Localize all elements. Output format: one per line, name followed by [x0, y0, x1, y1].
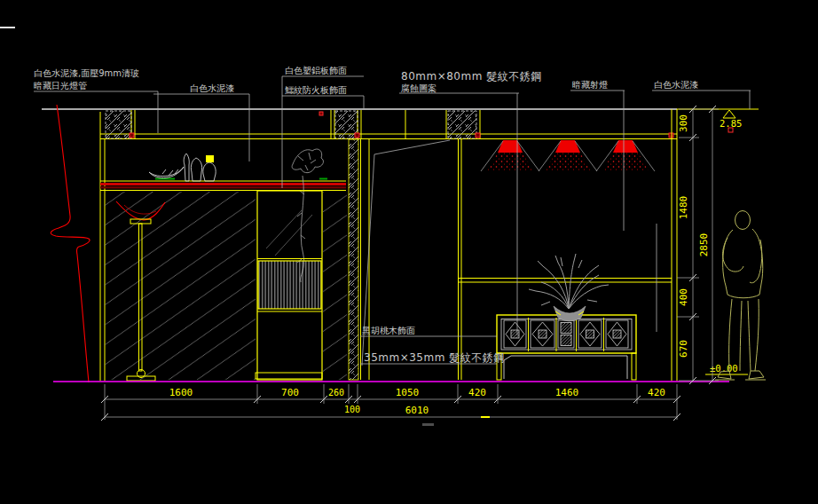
green-marker	[319, 178, 327, 180]
sideboard	[497, 315, 636, 380]
dim-700: 700	[281, 387, 299, 398]
dim-1600: 1600	[169, 387, 193, 398]
column-hatch-mid	[335, 111, 358, 138]
shelf-band	[100, 178, 346, 191]
column-hatch-right	[448, 111, 476, 138]
label-ss35: 35mm×35mm 髮紋不銹鋼	[364, 351, 505, 364]
level-marker-ceiling: 2.85	[720, 110, 742, 129]
decor-vases	[149, 154, 216, 181]
partition-hatch-strip	[349, 139, 358, 380]
figure-head	[735, 211, 751, 230]
label-hidden-spotlight: 暗藏射燈	[572, 80, 608, 90]
cabinet-plinth	[256, 373, 322, 379]
dim-1050: 1050	[396, 387, 420, 398]
level-ceiling-value: 2.85	[720, 118, 742, 129]
cabinet-louvre	[258, 261, 321, 309]
figure-arm-right	[750, 240, 762, 283]
level-floor-value: ±0.00	[710, 363, 738, 374]
dim-420b: 420	[648, 387, 665, 398]
dim-100: 100	[344, 405, 360, 414]
spotlight-1	[481, 140, 539, 171]
elevation-drawing: 白色水泥漆,面壓9mm清玻 暗藏日光燈管 白色水泥漆 白色塑鋁板飾面 鱷紋防火板…	[0, 0, 818, 504]
dim-300: 300	[678, 114, 689, 132]
sideboard-leg-right	[632, 353, 636, 380]
sideboard-apron	[504, 356, 627, 379]
spotlight-2	[539, 140, 597, 171]
break-line	[51, 105, 90, 382]
decor-cap-yellow	[206, 155, 214, 162]
bottom-dimension-chain: 1600 700 260 1050 420 1460 420 100 6010	[101, 384, 680, 426]
column-hatch-left	[106, 111, 131, 138]
label-white-cement-right: 白色水泥漆	[654, 80, 698, 90]
figure-torso	[723, 229, 763, 298]
dim-6010: 6010	[405, 405, 429, 416]
drop-ceiling-band	[100, 134, 677, 139]
note-top-left-line2: 暗藏日光燈管	[34, 81, 87, 91]
dim-420a: 420	[468, 387, 486, 398]
level-marker-floor: ±0.00	[705, 363, 748, 374]
right-dimension-chain: 300 1480 400 670 2850	[677, 106, 719, 384]
cad-canvas: 白色水泥漆,面壓9mm清玻 暗藏日光燈管 白色水泥漆 白色塑鋁板飾面 鱷紋防火板…	[0, 0, 818, 504]
dim-260: 260	[328, 388, 344, 398]
label-white-cement-left: 白色水泥漆	[190, 83, 234, 93]
human-figure	[715, 211, 766, 381]
spotlights	[481, 140, 655, 171]
figure-legs	[729, 299, 759, 371]
level-triangle	[723, 110, 735, 118]
label-ss80-line2: 腐蝕圖案	[401, 83, 437, 93]
label-ss80-line1: 80mm×80mm 髮紋不銹鋼	[401, 70, 542, 83]
dim-1460: 1460	[555, 387, 579, 398]
mirror-hatch-narrow	[323, 192, 347, 380]
dim-1480: 1480	[678, 196, 689, 220]
screen-artifact-dash	[0, 27, 15, 28]
spotlight-3	[596, 140, 655, 171]
label-walnut-veneer: 黑胡桃木飾面	[362, 326, 415, 335]
figure-arm-left	[723, 238, 743, 272]
dim-line-dash	[481, 416, 490, 418]
decor-dish	[149, 167, 184, 178]
sideboard-panels	[504, 320, 628, 348]
decor-vase-gourd	[191, 158, 201, 181]
note-top-left-line1: 白色水泥漆,面壓9mm清玻	[34, 68, 139, 78]
tall-cabinet	[256, 191, 322, 380]
decor-vase-capped	[203, 162, 216, 181]
label-croc-fireboard: 鱷紋防火板飾面	[285, 85, 347, 95]
dim-670: 670	[678, 340, 689, 358]
cabinet-glass-reflection	[266, 210, 312, 256]
decor-bottle-tall	[184, 154, 189, 181]
dim-400: 400	[678, 288, 689, 306]
dim-2850: 2850	[698, 233, 710, 257]
potted-plant	[529, 254, 609, 321]
tiny-stamp	[422, 423, 434, 426]
mirror-hatch-left	[105, 192, 256, 380]
label-alu-panel: 白色塑鋁板飾面	[285, 66, 347, 75]
